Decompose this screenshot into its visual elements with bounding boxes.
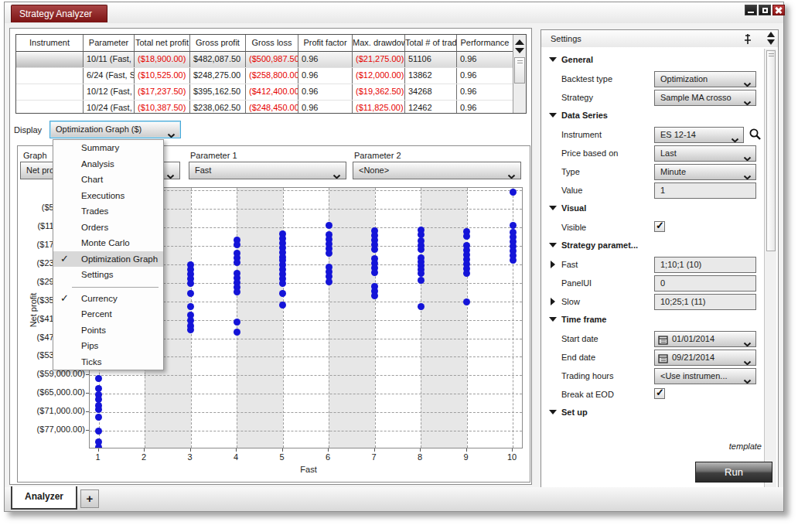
data-point[interactable] <box>463 233 470 240</box>
data-point[interactable] <box>234 329 240 336</box>
column-header[interactable]: Total net profit <box>135 35 190 52</box>
search-icon[interactable] <box>749 128 762 142</box>
column-header[interactable]: Gross loss <box>246 35 298 52</box>
column-header[interactable]: Instrument <box>16 35 84 52</box>
data-point[interactable] <box>234 259 240 266</box>
settings-scrollbar[interactable] <box>764 49 776 487</box>
data-point[interactable] <box>187 326 194 333</box>
data-point[interactable] <box>418 277 425 284</box>
scroll-down-icon[interactable] <box>515 48 524 53</box>
expand-arrow-icon[interactable] <box>551 261 555 268</box>
collapse-arrow-icon[interactable] <box>549 113 557 118</box>
menu-item-percent[interactable]: Percent <box>53 306 163 322</box>
tab-analyzer[interactable]: Analyzer <box>11 486 77 510</box>
data-point[interactable] <box>279 290 286 297</box>
data-point[interactable] <box>510 189 517 196</box>
menu-item-settings[interactable]: Settings <box>53 267 163 283</box>
slow-field[interactable]: 10;25;1 (11) <box>654 294 756 310</box>
menu-item-currency[interactable]: ✓Currency <box>53 291 163 307</box>
data-point[interactable] <box>371 246 378 253</box>
data-point[interactable] <box>234 288 240 295</box>
fast-field[interactable]: 1;10;1 (10) <box>654 257 756 273</box>
data-point[interactable] <box>95 428 102 435</box>
data-point[interactable] <box>371 269 378 276</box>
table-scrollbar-thumb[interactable] <box>514 57 525 84</box>
trading-hours-dropdown[interactable]: <Use instrumen... <box>654 368 756 384</box>
menu-item-summary[interactable]: Summary <box>53 140 163 156</box>
end-date-dropdown[interactable]: 09/21/2014 <box>654 350 756 366</box>
data-point[interactable] <box>234 241 240 248</box>
break-at-eod-checkbox[interactable]: ✓ <box>654 388 665 399</box>
menu-item-orders[interactable]: Orders <box>53 220 163 236</box>
menu-item-analysis[interactable]: Analysis <box>53 156 163 172</box>
data-point[interactable] <box>371 292 378 299</box>
data-point[interactable] <box>463 270 470 277</box>
menu-item-trades[interactable]: Trades <box>53 203 163 220</box>
data-point[interactable] <box>326 250 332 257</box>
panelui-field[interactable]: 0 <box>654 275 756 292</box>
scroll-up-icon[interactable] <box>515 39 524 45</box>
menu-item-executions[interactable]: Executions <box>53 188 163 204</box>
optimization-results-table[interactable]: InstrumentParameterTotal net profitGross… <box>15 34 527 114</box>
settings-scrollbar-thumb[interactable] <box>766 50 776 251</box>
data-point[interactable] <box>279 302 286 309</box>
add-tab-button[interactable]: + <box>80 489 99 508</box>
parameter2-dropdown[interactable]: <None> <box>353 162 521 179</box>
collapse-arrow-icon[interactable] <box>549 57 557 62</box>
menu-item-monte-carlo[interactable]: Monte Carlo <box>53 235 163 251</box>
column-header[interactable]: Max. drawdown <box>353 35 405 52</box>
start-date-dropdown[interactable]: 01/01/2014 <box>654 331 756 347</box>
run-button[interactable]: Run <box>695 462 772 483</box>
template-link[interactable]: template <box>700 442 762 451</box>
data-point[interactable] <box>95 414 102 421</box>
data-point[interactable] <box>95 444 102 448</box>
minimize-button[interactable] <box>745 5 757 15</box>
data-point[interactable] <box>187 290 194 297</box>
window-title-tab[interactable]: Strategy Analyzer <box>11 5 107 22</box>
data-point[interactable] <box>418 246 425 253</box>
display-dropdown[interactable]: Optimization Graph ($) <box>49 121 181 138</box>
data-point[interactable] <box>418 270 425 277</box>
data-point[interactable] <box>326 222 332 229</box>
column-header[interactable]: Gross profit <box>190 35 246 52</box>
data-point[interactable] <box>279 280 286 287</box>
data-point[interactable] <box>326 278 332 285</box>
table-row[interactable]: 6/24 (Fast, Slow)($10,525.00)$248,275.00… <box>16 68 526 84</box>
scroll-up-icon[interactable] <box>767 32 775 37</box>
scroll-down-icon[interactable] <box>767 39 775 45</box>
column-header[interactable]: Performance <box>457 35 513 52</box>
menu-item-chart[interactable]: Chart <box>53 172 163 188</box>
data-point[interactable] <box>187 280 194 287</box>
menu-item-optimization-graph[interactable]: ✓Optimization Graph <box>53 251 163 268</box>
menu-item-pips[interactable]: Pips <box>53 338 163 354</box>
data-point[interactable] <box>510 222 517 229</box>
table-row[interactable]: 10/12 (Fast, Slow)($17,237.50)$395,162.5… <box>16 84 526 101</box>
data-point[interactable] <box>187 303 194 310</box>
data-point[interactable] <box>95 375 102 382</box>
collapse-arrow-icon[interactable] <box>549 317 557 322</box>
settings-panel-header[interactable]: Settings <box>541 29 779 48</box>
expand-arrow-icon[interactable] <box>551 298 555 305</box>
instrument-dropdown[interactable]: ES 12-14 <box>654 127 744 143</box>
data-point[interactable] <box>418 303 425 310</box>
data-point[interactable] <box>234 319 240 326</box>
column-header[interactable]: Parameter <box>84 35 135 52</box>
table-row[interactable]: 10/24 (Fast, Slow)($10,387.50)$238,062.5… <box>16 101 526 114</box>
data-point[interactable] <box>510 257 517 264</box>
collapse-arrow-icon[interactable] <box>549 410 557 414</box>
close-button[interactable] <box>772 5 785 15</box>
collapse-arrow-icon[interactable] <box>549 243 557 247</box>
visible-checkbox[interactable]: ✓ <box>654 221 665 232</box>
strategy-dropdown[interactable]: Sample MA crosso <box>654 90 756 106</box>
menu-item-ticks[interactable]: Ticks <box>53 354 163 370</box>
parameter1-dropdown[interactable]: Fast <box>189 162 346 179</box>
column-header[interactable]: Profit factor <box>298 35 353 52</box>
column-header[interactable]: Total # of trades <box>405 35 457 52</box>
value-field[interactable]: 1 <box>654 182 756 199</box>
maximize-button[interactable] <box>759 5 771 15</box>
table-scrollbar[interactable] <box>513 35 526 113</box>
type-dropdown[interactable]: Minute <box>654 164 756 180</box>
table-row[interactable]: 10/11 (Fast, Slow)($18,900.00)$482,087.5… <box>16 52 526 68</box>
backtest-type-dropdown[interactable]: Optimization <box>654 71 756 87</box>
collapse-arrow-icon[interactable] <box>549 206 557 210</box>
